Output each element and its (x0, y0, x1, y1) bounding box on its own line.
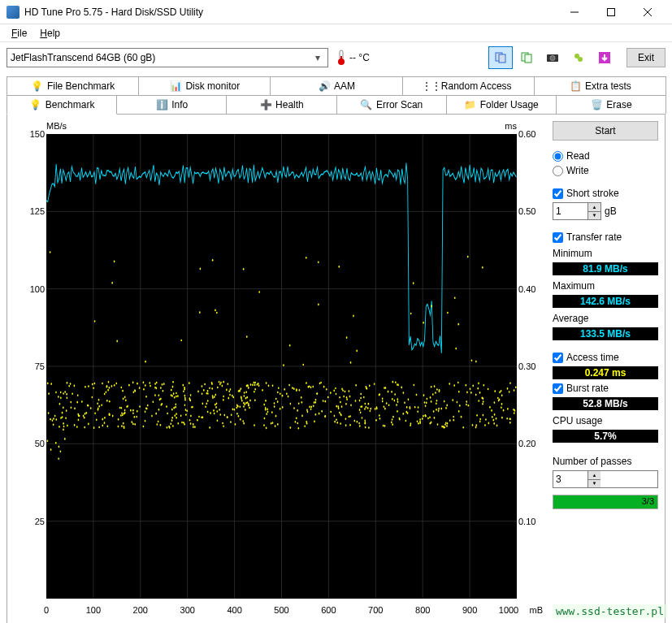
svg-point-155 (101, 404, 102, 406)
close-button[interactable] (629, 0, 665, 24)
read-radio[interactable]: Read (553, 150, 658, 162)
svg-point-538 (302, 364, 304, 366)
svg-point-501 (212, 259, 214, 262)
svg-point-388 (458, 410, 460, 413)
svg-point-701 (229, 394, 231, 396)
tab-file-benchmark[interactable]: 💡File Benchmark (7, 76, 139, 95)
start-button[interactable]: Start (553, 121, 658, 141)
svg-point-51 (85, 413, 86, 415)
svg-point-163 (184, 404, 186, 406)
svg-point-259 (104, 422, 106, 424)
svg-point-646 (292, 387, 293, 389)
toolbar-copy-text-button[interactable] (514, 46, 539, 69)
menu-file[interactable]: File (5, 26, 33, 41)
svg-point-690 (397, 410, 398, 413)
svg-point-94 (143, 382, 145, 384)
svg-point-371 (193, 423, 194, 426)
svg-point-533 (457, 323, 459, 326)
svg-point-667 (498, 400, 500, 402)
svg-point-526 (403, 392, 405, 394)
svg-point-518 (368, 426, 370, 429)
svg-point-625 (119, 407, 121, 409)
svg-point-202 (114, 260, 115, 262)
tab-aam[interactable]: 🔊AAM (270, 76, 402, 95)
svg-point-401 (318, 304, 319, 306)
passes-input[interactable] (553, 471, 587, 487)
svg-point-638 (446, 405, 448, 407)
tab-random-access[interactable]: ⋮⋮Random Access (402, 76, 535, 95)
tab-erase[interactable]: 🗑️Erase (556, 95, 666, 114)
short-stroke-input[interactable] (553, 203, 587, 219)
svg-point-114 (128, 384, 130, 387)
svg-point-325 (239, 389, 241, 392)
svg-point-664 (333, 390, 335, 392)
device-select[interactable]: JetFlashTranscend 64GB (60 gB) ▾ (7, 48, 328, 67)
svg-point-492 (324, 415, 326, 417)
benchmark-chart: MB/s ms 150 125 (14, 121, 546, 618)
svg-point-645 (391, 391, 392, 393)
svg-point-70 (431, 386, 432, 388)
short-stroke-check[interactable]: Short stroke (553, 188, 658, 199)
average-label: Average (553, 313, 658, 324)
toolbar-screenshot-button[interactable] (540, 46, 565, 69)
tab-extra-tests[interactable]: 📋Extra tests (534, 76, 666, 95)
passes-spinner[interactable]: ▲▼ (553, 470, 658, 488)
svg-point-577 (202, 393, 203, 396)
svg-point-449 (433, 410, 435, 413)
svg-point-368 (418, 422, 419, 425)
toolbar-options-button[interactable] (566, 46, 591, 69)
tab-error-scan[interactable]: 🔍Error Scan (336, 95, 447, 114)
spin-down-icon[interactable]: ▼ (587, 212, 600, 220)
svg-point-604 (427, 398, 428, 400)
svg-point-194 (391, 422, 392, 424)
write-radio[interactable]: Write (553, 165, 658, 176)
transfer-rate-check[interactable]: Transfer rate (553, 231, 658, 243)
maximize-button[interactable] (592, 0, 629, 24)
minimize-button[interactable] (556, 0, 592, 24)
spin-up-icon[interactable]: ▲ (587, 471, 600, 480)
svg-point-675 (414, 384, 415, 387)
svg-point-323 (171, 394, 172, 396)
svg-point-697 (247, 384, 249, 387)
spin-up-icon[interactable]: ▲ (587, 203, 600, 212)
tab-info[interactable]: ℹ️Info (116, 95, 227, 114)
svg-point-389 (453, 416, 454, 418)
y-axis-right-label: ms (505, 121, 517, 131)
magnifier-icon: 🔍 (360, 98, 373, 111)
svg-point-97 (184, 395, 186, 397)
svg-point-445 (185, 409, 187, 411)
spin-down-icon[interactable]: ▼ (587, 480, 600, 488)
svg-point-404 (345, 391, 346, 393)
tab-benchmark[interactable]: 💡Benchmark (7, 95, 117, 115)
svg-point-341 (102, 425, 103, 427)
svg-point-360 (350, 361, 352, 364)
svg-point-553 (356, 350, 358, 353)
svg-point-327 (298, 402, 300, 405)
exit-button[interactable]: Exit (626, 48, 665, 67)
short-stroke-spinner[interactable]: ▲▼ (553, 202, 601, 220)
tab-folder-usage[interactable]: 📁Folder Usage (446, 95, 557, 114)
svg-point-550 (321, 410, 323, 413)
toolbar-save-button[interactable] (592, 46, 617, 69)
burst-rate-check[interactable]: Burst rate (553, 383, 658, 394)
tab-disk-monitor[interactable]: 📊Disk monitor (138, 76, 271, 95)
access-time-check[interactable]: Access time (553, 352, 658, 363)
svg-point-575 (340, 413, 341, 416)
svg-point-328 (277, 392, 279, 394)
svg-point-343 (277, 400, 279, 403)
tab-health[interactable]: ➕Health (226, 95, 336, 114)
svg-point-55 (160, 424, 162, 426)
svg-point-271 (63, 422, 64, 425)
svg-point-420 (282, 406, 284, 409)
svg-point-443 (107, 389, 109, 392)
toolbar-copy-button[interactable] (488, 46, 513, 69)
svg-point-488 (395, 381, 397, 383)
svg-point-725 (509, 391, 510, 393)
svg-point-123 (423, 322, 424, 324)
svg-point-359 (67, 396, 68, 399)
svg-point-519 (162, 383, 163, 386)
menu-help[interactable]: Help (33, 26, 67, 41)
svg-point-253 (327, 396, 329, 399)
svg-point-606 (431, 400, 432, 403)
svg-point-149 (272, 384, 274, 387)
